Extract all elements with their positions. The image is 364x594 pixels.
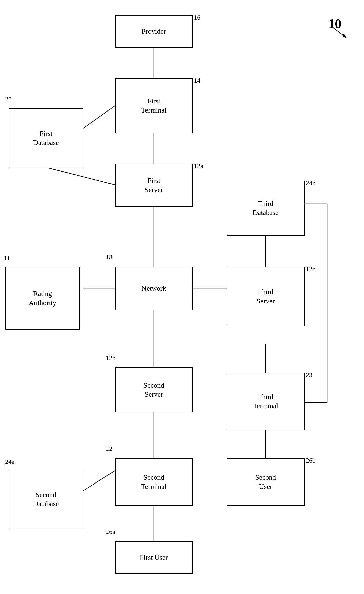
rating-authority-label: RatingAuthority: [29, 289, 56, 308]
first-user-ref: 26a: [106, 528, 115, 536]
network-box: Network: [115, 267, 193, 310]
first-server-label: FirstServer: [144, 176, 163, 195]
third-server-ref: 12c: [306, 266, 315, 273]
diagram: Provider 16 FirstTerminal 14 FirstDataba…: [0, 0, 364, 594]
first-database-box: FirstDatabase: [9, 108, 83, 168]
second-server-label: SecondServer: [143, 381, 164, 399]
second-terminal-label: SecondTerminal: [141, 473, 167, 491]
first-server-box: FirstServer: [115, 164, 193, 207]
rating-authority-ref: 11: [4, 254, 10, 262]
third-database-ref: 24b: [306, 179, 316, 187]
second-server-ref: 12b: [106, 354, 116, 362]
provider-box: Provider: [115, 15, 193, 48]
second-database-label: SecondDatabase: [33, 490, 59, 509]
second-user-label: SecondUser: [255, 473, 276, 491]
third-database-box: ThirdDatabase: [227, 181, 305, 236]
third-terminal-box: ThirdTerminal: [227, 373, 305, 430]
svg-line-7: [46, 167, 115, 185]
first-database-label: FirstDatabase: [33, 129, 59, 147]
first-terminal-label: FirstTerminal: [141, 97, 167, 115]
svg-line-13: [83, 471, 115, 491]
network-label: Network: [141, 284, 166, 293]
title-arrow: [330, 25, 350, 40]
third-server-label: ThirdServer: [256, 287, 275, 306]
first-database-ref: 20: [5, 96, 12, 103]
first-user-box: First User: [115, 541, 193, 574]
svg-line-6: [83, 106, 115, 128]
first-terminal-ref: 14: [194, 77, 200, 84]
provider-ref: 16: [194, 14, 200, 21]
third-terminal-label: ThirdTerminal: [253, 392, 278, 411]
third-terminal-ref: 23: [306, 371, 312, 379]
network-ref: 18: [106, 254, 112, 261]
third-server-box: ThirdServer: [227, 267, 305, 326]
first-terminal-box: FirstTerminal: [115, 78, 193, 133]
second-user-ref: 26b: [306, 457, 316, 464]
second-terminal-box: SecondTerminal: [115, 458, 193, 506]
rating-authority-box: RatingAuthority: [5, 267, 80, 330]
svg-marker-18: [342, 34, 346, 38]
first-user-label: First User: [140, 553, 168, 562]
second-user-box: SecondUser: [227, 458, 305, 506]
first-server-ref: 12a: [194, 162, 203, 170]
provider-label: Provider: [142, 27, 166, 36]
second-database-box: SecondDatabase: [9, 471, 83, 528]
third-database-label: ThirdDatabase: [253, 199, 279, 217]
second-server-box: SecondServer: [115, 367, 193, 412]
second-database-ref: 24a: [5, 458, 15, 466]
second-terminal-ref: 22: [106, 445, 112, 453]
